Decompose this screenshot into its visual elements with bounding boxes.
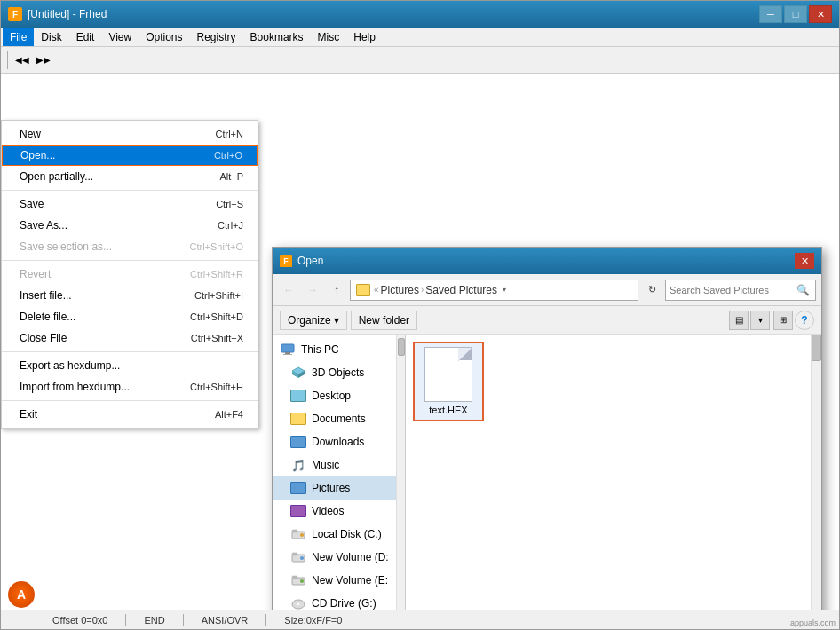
dialog-title-left: F Open (280, 255, 323, 267)
svg-point-14 (300, 579, 304, 583)
dialog-close-button[interactable]: ✕ (795, 253, 814, 269)
svg-rect-2 (283, 354, 292, 355)
addr-saved-pictures: Saved Pictures (425, 284, 497, 296)
nav-forward-button[interactable]: → (302, 280, 323, 301)
maximize-button[interactable]: □ (784, 5, 807, 23)
toolbar-btn-2[interactable]: ▶▶ (34, 51, 53, 70)
svg-rect-13 (292, 576, 297, 579)
address-bar[interactable]: « Pictures › Saved Pictures ▾ (350, 280, 638, 301)
content-scrollbar-thumb[interactable] (812, 335, 821, 361)
nav-item-music-label: Music (312, 459, 339, 471)
nav-item-this-pc-label: This PC (301, 343, 339, 356)
music-icon: 🎵 (290, 457, 306, 473)
site-watermark: appuals.com (787, 617, 839, 629)
file-item-text-hex[interactable]: text.HEX (413, 342, 484, 421)
view-btn-2[interactable]: ⊞ (773, 311, 793, 330)
desktop-icon (290, 388, 306, 404)
nav-item-music[interactable]: 🎵 Music (273, 453, 405, 476)
nav-item-videos-label: Videos (312, 505, 344, 517)
address-breadcrumb: « Pictures › Saved Pictures (374, 284, 497, 296)
status-bar: A Offset 0=0x0 END ANSI/OVR Size:0xF/F=0… (1, 610, 839, 629)
content-pane: text.HEX (406, 335, 821, 610)
search-icon: 🔍 (796, 284, 810, 296)
nav-item-new-vol-d[interactable]: New Volume (D: (273, 546, 405, 569)
view-btn-dropdown[interactable]: ▾ (750, 311, 770, 330)
svg-rect-10 (292, 553, 297, 555)
organize-button[interactable]: Organize ▾ (280, 311, 347, 330)
nav-back-button[interactable]: ← (278, 280, 299, 301)
nav-scrollbar-thumb[interactable] (398, 338, 405, 356)
menu-misc[interactable]: Misc (311, 28, 347, 46)
organize-label: Organize (288, 314, 331, 327)
nav-scrollbar (396, 335, 405, 610)
file-name-text-hex: text.HEX (429, 405, 467, 416)
status-offset: Offset 0=0x0 (52, 615, 107, 626)
menu-file[interactable]: File (3, 28, 34, 46)
address-dropdown-arrow[interactable]: ▾ (503, 286, 506, 294)
file-icon-text-hex (424, 347, 472, 402)
main-window: F [Untitled] - Frhed ─ □ ✕ File Disk Edi… (0, 0, 840, 630)
svg-point-11 (300, 556, 304, 560)
videos-icon (290, 503, 306, 519)
new-vol-d-icon (290, 549, 306, 565)
open-dialog: F Open ✕ ← → ↑ « Pictures › (272, 247, 822, 610)
content-scrollbar (811, 335, 821, 610)
dialog-overlay: F Open ✕ ← → ↑ « Pictures › (1, 74, 839, 610)
menu-disk[interactable]: Disk (34, 28, 68, 46)
dialog-nav: ← → ↑ « Pictures › Saved Pictures ▾ ↻ (273, 274, 821, 306)
status-encoding: ANSI/OVR (202, 615, 249, 626)
help-button[interactable]: ? (795, 311, 814, 330)
nav-item-local-c-label: Local Disk (C:) (312, 528, 382, 540)
toolbar: ◀◀ ▶▶ (1, 47, 839, 74)
nav-up-button[interactable]: ↑ (326, 280, 347, 301)
dialog-title-text: Open (297, 255, 323, 267)
addr-sep-1: « (374, 285, 379, 295)
toolbar-sep-1 (7, 51, 8, 69)
svg-point-16 (297, 603, 300, 606)
menu-edit[interactable]: Edit (69, 28, 102, 46)
nav-item-this-pc[interactable]: This PC (273, 338, 405, 361)
search-input[interactable] (670, 285, 794, 295)
nav-item-local-c[interactable]: Local Disk (C:) (273, 523, 405, 546)
nav-item-videos[interactable]: Videos (273, 500, 405, 523)
menu-registry[interactable]: Registry (190, 28, 243, 46)
title-bar-left: F [Untitled] - Frhed (8, 7, 107, 21)
nav-item-downloads-label: Downloads (312, 436, 364, 448)
organize-arrow: ▾ (334, 314, 339, 327)
status-sep-1 (125, 614, 126, 626)
nav-item-pictures-label: Pictures (312, 482, 350, 494)
main-content: New Ctrl+N Open... Ctrl+O Open partially… (1, 74, 839, 610)
toolbar-btn-1[interactable]: ◀◀ (12, 51, 32, 70)
close-button[interactable]: ✕ (809, 5, 832, 23)
nav-item-downloads[interactable]: Downloads (273, 430, 405, 453)
cd-g-icon (290, 595, 306, 610)
dialog-title-bar: F Open ✕ (273, 248, 821, 274)
minimize-button[interactable]: ─ (759, 5, 782, 23)
nav-item-cd-g-label: CD Drive (G:) (312, 597, 376, 610)
menu-help[interactable]: Help (346, 28, 383, 46)
nav-item-documents[interactable]: Documents (273, 407, 405, 430)
nav-refresh-button[interactable]: ↻ (641, 280, 662, 301)
nav-item-new-vol-e[interactable]: New Volume (E: (273, 569, 405, 592)
addr-pictures: Pictures (381, 284, 419, 296)
new-folder-button[interactable]: New folder (351, 311, 417, 330)
search-box[interactable]: 🔍 (665, 280, 816, 301)
nav-item-documents-label: Documents (312, 413, 366, 425)
svg-point-8 (300, 533, 304, 537)
title-buttons: ─ □ ✕ (759, 5, 832, 23)
app-title: [Untitled] - Frhed (28, 8, 107, 20)
menu-view[interactable]: View (101, 28, 139, 46)
nav-item-desktop-label: Desktop (312, 390, 351, 402)
nav-item-pictures[interactable]: Pictures (273, 476, 405, 500)
nav-item-desktop[interactable]: Desktop (273, 384, 405, 407)
addr-sep-2: › (421, 285, 424, 295)
menu-options[interactable]: Options (139, 28, 189, 46)
view-btn-1[interactable]: ▤ (729, 311, 749, 330)
status-sep-3 (265, 614, 266, 626)
nav-item-cd-g[interactable]: CD Drive (G:) (273, 592, 405, 610)
nav-pane: This PC 3D Objects Deskt (273, 335, 406, 610)
menu-bookmarks[interactable]: Bookmarks (243, 28, 311, 46)
nav-item-3d-label: 3D Objects (312, 366, 364, 379)
dialog-body: This PC 3D Objects Deskt (273, 335, 821, 610)
nav-item-3d-objects[interactable]: 3D Objects (273, 361, 405, 384)
